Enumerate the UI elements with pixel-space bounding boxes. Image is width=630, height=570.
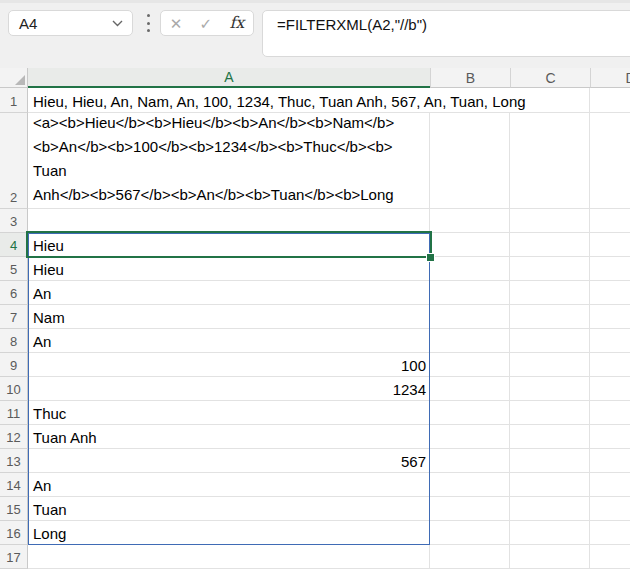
name-box[interactable]: A4 xyxy=(8,10,133,36)
cell-A13[interactable]: 567 xyxy=(28,449,429,473)
chevron-down-icon[interactable] xyxy=(112,20,123,27)
cell-A9[interactable]: 100 xyxy=(28,353,429,377)
row-header-7[interactable]: 7 xyxy=(0,305,28,329)
row-header-5[interactable]: 5 xyxy=(0,257,28,281)
row-header-13[interactable]: 13 xyxy=(0,449,28,473)
cell-A1[interactable]: Hieu, Hieu, An, Nam, An, 100, 1234, Thuc… xyxy=(28,88,589,113)
cell-A15[interactable]: Tuan xyxy=(28,497,429,521)
cell-A7[interactable]: Nam xyxy=(28,305,429,329)
row-header-2[interactable]: 2 xyxy=(0,113,28,209)
row-header-12[interactable]: 12 xyxy=(0,425,28,449)
formula-bar-input[interactable]: =FILTERXML(A2,"//b") xyxy=(262,10,630,57)
cell-A3[interactable] xyxy=(28,209,429,233)
row-header-3[interactable]: 3 xyxy=(0,209,28,233)
row-header-9[interactable]: 9 xyxy=(0,353,28,377)
cell-text-line: Anh</b><b>567</b><b>An</b><b>Tuan</b><b>… xyxy=(33,183,394,207)
column-header-D[interactable]: D xyxy=(590,68,630,88)
cell-A4[interactable]: Hieu xyxy=(28,233,429,257)
row-header-16[interactable]: 16 xyxy=(0,521,28,545)
cell-A12[interactable]: Tuan Anh xyxy=(28,425,429,449)
gridline xyxy=(429,113,430,569)
cancel-icon[interactable]: ✕ xyxy=(170,16,183,31)
row-header-6[interactable]: 6 xyxy=(0,281,28,305)
cell-A10[interactable]: 1234 xyxy=(28,377,429,401)
column-header-C[interactable]: C xyxy=(510,68,590,88)
cell-A17[interactable] xyxy=(28,545,429,569)
cell-A11[interactable]: Thuc xyxy=(28,401,429,425)
cell-text-line: <a><b>Hieu</b><b>Hieu</b><b>An</b><b>Nam… xyxy=(33,113,394,135)
formula-toolbar: A4 ✕ ✓ fx =FILTERXML(A2,"//b") xyxy=(0,0,630,68)
insert-function-icon[interactable]: fx xyxy=(229,15,244,31)
cell-A6[interactable]: An xyxy=(28,281,429,305)
cell-A2[interactable]: <a><b>Hieu</b><b>Hieu</b><b>An</b><b>Nam… xyxy=(28,113,429,209)
formula-buttons: ✕ ✓ fx xyxy=(160,10,254,36)
fill-handle[interactable] xyxy=(426,253,435,262)
column-header-B[interactable]: B xyxy=(430,68,510,88)
row-header-4[interactable]: 4 xyxy=(0,233,28,257)
row-header-14[interactable]: 14 xyxy=(0,473,28,497)
select-all-corner[interactable] xyxy=(0,68,28,88)
name-box-value: A4 xyxy=(19,15,37,32)
row-header-8[interactable]: 8 xyxy=(0,329,28,353)
gridline xyxy=(509,113,510,569)
row-header-10[interactable]: 10 xyxy=(0,377,28,401)
enter-icon[interactable]: ✓ xyxy=(200,16,213,31)
drag-handle-icon[interactable] xyxy=(146,14,150,32)
gridline xyxy=(589,88,590,569)
cell-text-line: <b>An</b><b>100</b><b>1234</b><b>Thuc</b… xyxy=(33,135,393,159)
column-header-A[interactable]: A xyxy=(28,68,430,88)
cell-A14[interactable]: An xyxy=(28,473,429,497)
excel-window: A4 ✕ ✓ fx =FILTERXML(A2,"//b") ABCD12345… xyxy=(0,0,630,570)
cell-A16[interactable]: Long xyxy=(28,521,429,545)
sheet-grid[interactable]: ABCD1234567891011121314151617Hieu, Hieu,… xyxy=(0,68,630,570)
row-header-1[interactable]: 1 xyxy=(0,88,28,113)
cell-A5[interactable]: Hieu xyxy=(28,257,429,281)
cell-text-line: Tuan xyxy=(33,159,67,183)
cell-A8[interactable]: An xyxy=(28,329,429,353)
ribbon-edge xyxy=(0,0,630,3)
formula-text: =FILTERXML(A2,"//b") xyxy=(277,16,427,33)
row-header-17[interactable]: 17 xyxy=(0,545,28,569)
row-header-11[interactable]: 11 xyxy=(0,401,28,425)
row-header-15[interactable]: 15 xyxy=(0,497,28,521)
select-all-triangle-icon xyxy=(15,75,25,85)
